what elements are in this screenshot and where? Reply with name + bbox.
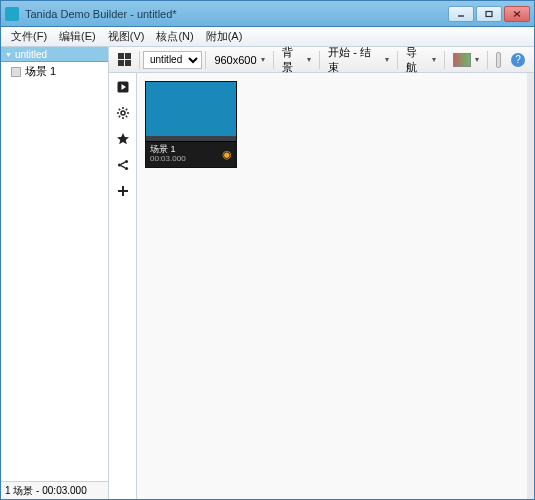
layout-grid-button[interactable]: [113, 50, 136, 70]
svg-line-14: [125, 109, 126, 110]
help-button[interactable]: ?: [506, 50, 530, 70]
left-panel: untitled 场景 1 1 场景 - 00:03.000: [1, 47, 109, 499]
opacity-slider[interactable]: [491, 50, 506, 70]
menu-tools[interactable]: 核点(N): [150, 27, 199, 46]
svg-marker-15: [117, 133, 129, 144]
svg-point-6: [121, 111, 125, 115]
menu-addons[interactable]: 附加(A): [200, 27, 249, 46]
minimize-button[interactable]: [448, 6, 474, 22]
scene-list: 场景 1: [1, 62, 108, 481]
play-icon: [116, 80, 130, 94]
project-name-select[interactable]: untitled: [143, 51, 202, 69]
resolution-dropdown[interactable]: 960x600: [209, 50, 269, 70]
side-toolbar: [109, 73, 137, 499]
window-title: Tanida Demo Builder - untitled*: [25, 8, 448, 20]
left-panel-header[interactable]: untitled: [1, 47, 108, 62]
color-picker-button[interactable]: [448, 50, 484, 70]
background-dropdown[interactable]: 背景: [277, 50, 317, 70]
canvas-area[interactable]: 场景 1 00:03.000 ◉: [137, 73, 534, 499]
menu-file[interactable]: 文件(F): [5, 27, 53, 46]
maximize-button[interactable]: [476, 6, 502, 22]
close-button[interactable]: [504, 6, 530, 22]
svg-line-13: [118, 116, 119, 117]
grid-icon: [118, 53, 131, 66]
nav-dropdown[interactable]: 导航: [401, 50, 441, 70]
scene-thumbnail-preview: [146, 82, 236, 142]
color-swatch-icon: [453, 53, 471, 67]
favorite-button[interactable]: [113, 129, 133, 149]
menu-edit[interactable]: 编辑(E): [53, 27, 102, 46]
scene-thumbnail-footer: 场景 1 00:03.000 ◉: [146, 142, 236, 167]
menubar: 文件(F) 编辑(E) 视图(V) 核点(N) 附加(A): [1, 27, 534, 47]
svg-line-12: [125, 116, 126, 117]
left-status: 1 场景 - 00:03.000: [1, 481, 108, 499]
scene-thumbnail[interactable]: 场景 1 00:03.000 ◉: [145, 81, 237, 168]
window-controls: [448, 6, 530, 22]
scene-thumbnail-time: 00:03.000: [150, 155, 222, 164]
scene-list-item[interactable]: 场景 1: [1, 62, 108, 81]
svg-line-11: [118, 109, 119, 110]
svg-line-20: [120, 166, 124, 168]
settings-button[interactable]: [113, 103, 133, 123]
titlebar: Tanida Demo Builder - untitled*: [0, 0, 535, 26]
toolbar: untitled 960x600 背景 开始 - 结束 导航 ?: [109, 47, 534, 73]
share-button[interactable]: [113, 155, 133, 175]
app-icon: [5, 7, 19, 21]
play-button[interactable]: [113, 77, 133, 97]
gear-icon: [116, 106, 130, 120]
help-icon: ?: [511, 53, 525, 67]
range-dropdown[interactable]: 开始 - 结束: [323, 50, 394, 70]
svg-line-19: [120, 162, 124, 164]
share-icon: [116, 158, 130, 172]
svg-rect-1: [486, 11, 492, 16]
plus-icon: [116, 184, 130, 198]
menu-view[interactable]: 视图(V): [102, 27, 151, 46]
add-button[interactable]: [113, 181, 133, 201]
star-icon: [116, 132, 130, 146]
visibility-icon[interactable]: ◉: [222, 148, 232, 161]
